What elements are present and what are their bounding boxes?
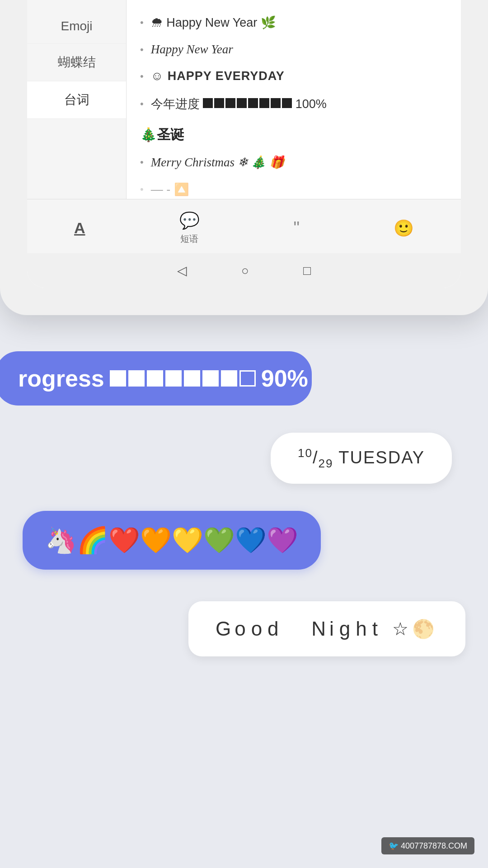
item-text-styled: ☺ HAPPY EVERYDAY — [151, 69, 285, 83]
recent-icon[interactable]: □ — [303, 264, 311, 278]
progress-bubble-wrap: rogress 90% — [0, 351, 488, 406]
list-item[interactable]: • Happy New Year — [140, 36, 447, 63]
list-item-progress[interactable]: • 今年进度 100% — [140, 90, 447, 118]
progress-prefix: rogress — [18, 365, 104, 392]
bullet-icon: • — [140, 44, 144, 56]
sidebar: Emoji 蝴蝶结 台词 — [27, 0, 127, 199]
prog-block — [110, 370, 126, 387]
list-item-partial: • — - 🔼 — [140, 176, 447, 199]
back-icon[interactable]: ◁ — [177, 263, 187, 278]
block — [225, 98, 235, 108]
progress-blocks — [110, 370, 256, 387]
item-text-partial: — - 🔼 — [151, 182, 189, 197]
list-item[interactable]: • ☺ HAPPY EVERYDAY — [140, 63, 447, 90]
prog-block — [221, 370, 237, 387]
sidebar-item-bow[interactable]: 蝴蝶结 — [27, 44, 126, 81]
emoji-bubble-wrap: 🦄🌈❤️🧡💛💚💙💜 — [0, 511, 488, 570]
block — [237, 98, 247, 108]
item-text: 🌨 Happy New Year 🌿 — [151, 15, 276, 30]
goodnight-text: Good Night — [216, 618, 383, 640]
phrases-label: 短语 — [180, 233, 198, 245]
section-header-christmas: 🎄圣诞 — [140, 118, 447, 149]
item-text-fancy: Happy New Year — [151, 42, 233, 57]
phrases-icon: 💬 — [179, 211, 200, 230]
date-bubble-wrap: 10/29 TUESDAY — [0, 433, 488, 484]
prog-block — [202, 370, 219, 387]
keyboard-panel: Emoji 蝴蝶结 台词 • 🌨 Happy New Year 🌿 • — [27, 0, 461, 199]
prog-block-empty — [239, 370, 256, 387]
bullet-icon: • — [140, 71, 144, 82]
sidebar-item-lines[interactable]: 台词 — [27, 81, 126, 119]
watermark: 🐦 4007787878.COM — [381, 837, 474, 854]
goodnight-bubble-wrap: Good Night ☆🌕 — [0, 601, 488, 656]
emoji-icon: 🙂 — [394, 219, 414, 238]
sidebar-item-emoji[interactable]: Emoji — [27, 9, 126, 44]
quote-icon: " — [294, 218, 300, 238]
prog-block — [128, 370, 145, 387]
item-text-christmas: Merry Christmas ❄ 🎄 🎁 — [151, 155, 285, 170]
prog-block — [165, 370, 182, 387]
progress-text: 今年进度 100% — [151, 96, 327, 112]
prog-block — [184, 370, 200, 387]
watermark-text: 🐦 4007787878.COM — [389, 841, 467, 850]
progress-bubble: rogress 90% — [0, 351, 312, 406]
block — [282, 98, 292, 108]
keyboard-toolbar: A 💬 短语 " 🙂 — [27, 199, 461, 253]
block — [271, 98, 281, 108]
block — [248, 98, 258, 108]
progress-percent: 90% — [261, 365, 308, 392]
list-item[interactable]: • Merry Christmas ❄ 🎄 🎁 — [140, 149, 447, 176]
content-area: • 🌨 Happy New Year 🌿 • Happy New Year • … — [127, 0, 461, 199]
bullet-icon: • — [140, 184, 144, 195]
toolbar-btn-phrases[interactable]: 💬 短语 — [170, 208, 209, 249]
lower-section: rogress 90% 10/29 TUESDAY 🦄🌈❤️🧡💛💚💙 — [0, 315, 488, 693]
toolbar-btn-quote[interactable]: " — [285, 215, 309, 241]
toolbar-btn-font[interactable]: A — [65, 216, 94, 241]
progress-blocks — [203, 98, 292, 108]
goodnight-bubble: Good Night ☆🌕 — [188, 601, 465, 656]
prog-block — [147, 370, 163, 387]
bullet-icon: • — [140, 17, 144, 28]
date-bubble: 10/29 TUESDAY — [271, 433, 452, 484]
emoji-bubble: 🦄🌈❤️🧡💛💚💙💜 — [23, 511, 321, 570]
toolbar-btn-emoji[interactable]: 🙂 — [385, 215, 423, 241]
goodnight-emoji: ☆🌕 — [392, 618, 438, 640]
block — [203, 98, 213, 108]
list-item[interactable]: • 🌨 Happy New Year 🌿 — [140, 9, 447, 36]
phone-screen: Emoji 蝴蝶结 台词 • 🌨 Happy New Year 🌿 • — [27, 0, 461, 288]
block — [259, 98, 269, 108]
nav-bar: ◁ ○ □ — [27, 253, 461, 288]
bullet-icon: • — [140, 156, 144, 168]
block — [214, 98, 224, 108]
emoji-content: 🦄🌈❤️🧡💛💚💙💜 — [45, 526, 298, 554]
phone-mockup: Emoji 蝴蝶结 台词 • 🌨 Happy New Year 🌿 • — [0, 0, 488, 315]
date-text: 10/29 TUESDAY — [298, 448, 425, 467]
font-icon: A — [74, 219, 85, 237]
bullet-icon: • — [140, 98, 144, 110]
home-icon[interactable]: ○ — [241, 264, 249, 278]
